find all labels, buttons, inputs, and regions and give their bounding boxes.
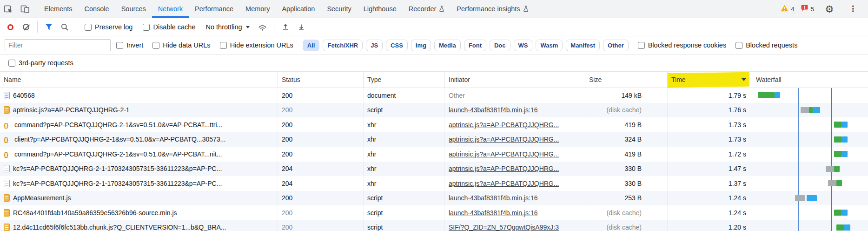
column-header-size[interactable]: Size: [585, 72, 668, 88]
waterfall-bar-blue: [841, 151, 848, 157]
filter-funnel-icon[interactable]: [42, 20, 55, 34]
request-initiator[interactable]: aptrinsic.js?a=AP-PCBATQJJQHRG...: [449, 180, 559, 187]
device-toolbar-icon[interactable]: [17, 0, 33, 18]
filter-chip-font[interactable]: Font: [464, 40, 486, 51]
request-time: 1.73 s: [668, 117, 752, 132]
chevron-down-icon: [246, 26, 250, 28]
clear-button[interactable]: [20, 20, 33, 34]
script-file-icon: [4, 209, 10, 217]
import-har-icon[interactable]: [279, 20, 292, 34]
tab-elements[interactable]: Elements: [38, 0, 78, 18]
tab-console[interactable]: Console: [78, 0, 115, 18]
throttling-select[interactable]: No throttling: [205, 23, 249, 31]
request-row[interactable]: client?p=AP-PCBATQJJQHRG-2-1&sv=0.51.0&v…: [0, 132, 868, 147]
hide-data-urls-checkbox[interactable]: Hide data URLs: [152, 41, 210, 49]
tab-sources[interactable]: Sources: [115, 0, 152, 18]
tab-performance-insights[interactable]: Performance insights: [451, 0, 534, 18]
toolbar-divider: [76, 21, 76, 33]
request-initiator[interactable]: aptrinsic.js?a=AP-PCBATQJJQHRG...: [449, 121, 559, 129]
request-row[interactable]: command?p=AP-PCBATQJJQHRG-2-1&sv=0.51.0&…: [0, 147, 868, 162]
filter-chip-js[interactable]: JS: [366, 40, 383, 51]
request-initiator[interactable]: aptrinsic.js?a=AP-PCBATQJJQHRG...: [449, 150, 559, 158]
waterfall-bar-blue: [841, 122, 848, 128]
filter-chip-doc[interactable]: Doc: [490, 40, 510, 51]
filter-chip-css[interactable]: CSS: [386, 40, 408, 51]
record-button[interactable]: [4, 20, 17, 34]
third-party-requests-label: 3rd-party requests: [19, 59, 73, 67]
request-row[interactable]: RC48a4401fdab140a59a86359e56326b96-sourc…: [0, 205, 868, 220]
filter-chip-manifest[interactable]: Manifest: [566, 40, 600, 51]
request-row[interactable]: 12.d4c11cd65f6f6fc513bb.chunk.js?Q_CLIEN…: [0, 220, 868, 231]
filter-chip-wasm[interactable]: Wasm: [536, 40, 563, 51]
request-initiator[interactable]: launch-43baf8381f4b.min.js:16: [449, 106, 537, 114]
request-initiator[interactable]: launch-43baf8381f4b.min.js:16: [449, 209, 537, 217]
tab-performance[interactable]: Performance: [189, 0, 239, 18]
waterfall-bar-green: [809, 107, 813, 113]
filter-chip-media[interactable]: Media: [434, 40, 461, 51]
invert-checkbox[interactable]: Invert: [116, 41, 143, 49]
request-row[interactable]: command?p=AP-PCBATQJJQHRG-2-1&sv=0.51.0&…: [0, 117, 868, 132]
request-row[interactable]: 640568 200 document Other 149 kB 1.79 s: [0, 88, 868, 103]
filter-chip-all[interactable]: All: [303, 40, 320, 51]
column-header-initiator[interactable]: Initiator: [445, 72, 585, 88]
export-har-icon[interactable]: [295, 20, 308, 34]
request-time: 1.79 s: [668, 88, 752, 103]
settings-gear-icon[interactable]: ⚙: [821, 4, 838, 14]
tab-security[interactable]: Security: [321, 0, 357, 18]
request-waterfall: [752, 205, 868, 220]
column-header-name[interactable]: Name: [0, 72, 278, 88]
request-size: 419 B: [585, 147, 668, 162]
hide-extension-urls-checkbox[interactable]: Hide extension URLs: [220, 41, 293, 49]
column-header-status[interactable]: Status: [278, 72, 364, 88]
request-name-cell: 640568: [0, 88, 278, 103]
request-initiator-cell: launch-43baf8381f4b.min.js:16: [445, 205, 585, 220]
tab-application[interactable]: Application: [276, 0, 321, 18]
filter-chip-ws[interactable]: WS: [514, 40, 533, 51]
tab-lighthouse[interactable]: Lighthouse: [358, 0, 403, 18]
preserve-log-checkbox[interactable]: Preserve log: [85, 23, 133, 31]
checkbox-box: [85, 24, 92, 31]
blocked-response-cookies-checkbox[interactable]: Blocked response cookies: [638, 41, 726, 49]
tab-label: Console: [84, 5, 109, 13]
column-header-time[interactable]: Time: [668, 72, 752, 88]
filter-chip-img[interactable]: Img: [411, 40, 431, 51]
request-name: AppMeasurement.js: [13, 194, 71, 202]
tab-recorder[interactable]: Recorder: [403, 0, 451, 18]
request-initiator[interactable]: SIF/?Q_ZID=ZN_57QgqwtQisA99xJ:3: [449, 224, 559, 231]
tab-network[interactable]: Network: [152, 0, 189, 18]
request-initiator[interactable]: launch-43baf8381f4b.min.js:16: [449, 194, 537, 202]
network-conditions-icon[interactable]: [256, 20, 269, 34]
inspect-icon[interactable]: [0, 0, 17, 18]
tab-memory[interactable]: Memory: [239, 0, 276, 18]
request-status: 204: [278, 162, 364, 177]
waterfall-bar-blue: [841, 136, 848, 143]
request-row[interactable]: aptrinsic.js?a=AP-PCBATQJJQHRG-2-1 200 s…: [0, 103, 868, 118]
disable-cache-checkbox[interactable]: Disable cache: [143, 23, 195, 31]
request-row[interactable]: kc?s=AP-PCBATQJJQHRG-2-1-1703243057315-3…: [0, 176, 868, 191]
tab-label: Lighthouse: [364, 5, 397, 13]
blocked-requests-checkbox[interactable]: Blocked requests: [735, 41, 797, 49]
search-icon[interactable]: [58, 20, 71, 34]
request-name: client?p=AP-PCBATQJJQHRG-2-1&sv=0.51.0&v…: [14, 136, 225, 143]
filter-chip-other[interactable]: Other: [603, 40, 629, 51]
tab-label: Application: [282, 5, 315, 13]
request-initiator[interactable]: aptrinsic.js?a=AP-PCBATQJJQHRG...: [449, 165, 559, 172]
request-type: xhr: [364, 176, 445, 191]
kebab-menu-icon[interactable]: ⋮: [845, 4, 861, 14]
request-size: (disk cache): [585, 103, 668, 118]
request-row[interactable]: kc?s=AP-PCBATQJJQHRG-2-1-1703243057315-3…: [0, 162, 868, 177]
errors-badge[interactable]: 5: [801, 5, 814, 13]
request-row[interactable]: AppMeasurement.js 200 script launch-43ba…: [0, 191, 868, 206]
filter-chip-fetch-xhr[interactable]: Fetch/XHR: [323, 40, 363, 51]
request-name: kc?s=AP-PCBATQJJQHRG-2-1-1703243057315-3…: [13, 180, 222, 187]
column-header-type[interactable]: Type: [364, 72, 445, 88]
request-status: 200: [278, 191, 364, 206]
request-name: 12.d4c11cd65f6f6fc513bb.chunk.js?Q_CLIEN…: [13, 224, 226, 231]
third-party-requests-checkbox[interactable]: 3rd-party requests: [8, 59, 73, 67]
column-header-waterfall[interactable]: Waterfall: [752, 72, 868, 88]
filter-input[interactable]: [5, 39, 111, 51]
request-waterfall: [752, 117, 868, 132]
warnings-badge[interactable]: 4: [781, 5, 795, 13]
request-initiator[interactable]: aptrinsic.js?a=AP-PCBATQJJQHRG...: [449, 136, 559, 143]
xhr-file-icon: [4, 136, 11, 143]
